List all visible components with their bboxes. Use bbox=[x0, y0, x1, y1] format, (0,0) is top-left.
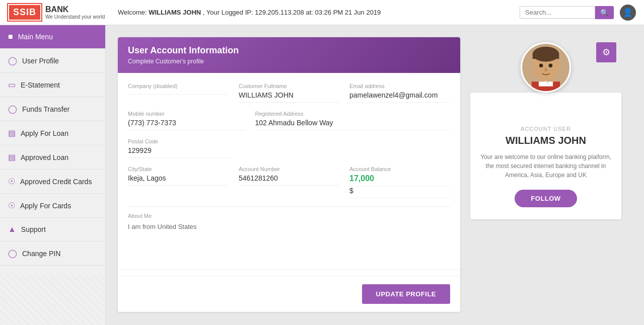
logged-user-name: WILLIAMS JOHN bbox=[149, 9, 201, 16]
bank-name: BANK bbox=[45, 5, 105, 14]
account-user-name: WILLIAMS JOHN bbox=[480, 135, 611, 146]
logo-area: SSIB BANK We Understand your world bbox=[8, 4, 114, 21]
approved-loan-icon: ▤ bbox=[8, 152, 16, 162]
field-row-4: City/State Ikeja, Lagos Account Number 5… bbox=[128, 166, 450, 198]
search-button[interactable]: 🔍 bbox=[595, 6, 614, 19]
company-value bbox=[128, 91, 229, 95]
field-row-1: Company (disabled) Customer Fullname WIL… bbox=[128, 83, 450, 103]
field-company: Company (disabled) bbox=[128, 83, 229, 103]
sidebar-item-main-menu[interactable]: ■ Main Menu bbox=[0, 25, 105, 49]
content-area: User Account Information Complete Custom… bbox=[106, 25, 644, 325]
document-icon: ▭ bbox=[8, 80, 16, 90]
sidebar-label-user-profile: User Profile bbox=[22, 57, 59, 65]
card-subtitle: Complete Customer's profile bbox=[128, 58, 450, 65]
sidebar-bg-pattern bbox=[0, 275, 105, 325]
card-header: User Account Information Complete Custom… bbox=[118, 37, 460, 73]
svg-point-5 bbox=[549, 63, 553, 67]
main-layout: ■ Main Menu ◯ User Profile ▭ E-Statement… bbox=[0, 25, 644, 325]
logo-icon: SSIB bbox=[8, 4, 41, 21]
svg-rect-3 bbox=[533, 53, 559, 59]
avatar bbox=[521, 42, 571, 93]
globe-icon: ◯ bbox=[8, 104, 17, 114]
account-balance-currency: $ bbox=[349, 187, 450, 198]
email-value: pamelawenzel4@gmail.com bbox=[349, 91, 450, 103]
user-icon: ◯ bbox=[8, 56, 17, 65]
login-datetime: 03:26 PM 21 Jun 2019 bbox=[315, 9, 381, 16]
gear-button[interactable]: ⚙ bbox=[596, 42, 616, 62]
pin-icon: ◯ bbox=[8, 249, 17, 258]
city-label: City/State bbox=[128, 166, 229, 172]
registered-address-value: 102 Ahmadu Bellow Way bbox=[255, 119, 451, 130]
sidebar-label-approved-loan: Approved Loan bbox=[21, 153, 68, 161]
account-balance-label: Account Balance bbox=[349, 166, 450, 172]
account-number-label: Account Number bbox=[239, 166, 339, 172]
card-footer: UPDATE PROFILE bbox=[118, 276, 460, 312]
search-input[interactable] bbox=[520, 6, 595, 19]
sidebar-label-funds-transfer: Funds Transfer bbox=[22, 105, 69, 113]
city-value: Ikeja, Lagos bbox=[128, 174, 229, 186]
about-value: I am from United States bbox=[128, 223, 450, 253]
sidebar-label-approved-credit-cards: Approved Credit Cards bbox=[20, 178, 92, 186]
card-title: User Account Information bbox=[128, 45, 450, 56]
account-number-value: 5461281260 bbox=[239, 174, 339, 186]
sidebar-item-apply-for-loan[interactable]: ▤ Apply For Loan bbox=[0, 121, 105, 145]
customer-fullname-label: Customer Fullname bbox=[239, 83, 339, 89]
company-label: Company (disabled) bbox=[128, 83, 229, 89]
welcome-message: Welcome: WILLIAMS JOHN , Your Logged IP:… bbox=[114, 9, 520, 16]
sidebar-label-apply-for-cards: Apply For Cards bbox=[20, 202, 71, 210]
customer-fullname-value: WILLIAMS JOHN bbox=[239, 91, 339, 103]
sidebar-item-apply-for-cards[interactable]: ☉ Apply For Cards bbox=[0, 194, 105, 218]
sidebar-label-change-pin: Change PIN bbox=[22, 250, 60, 258]
registered-address-label: Registered Address bbox=[255, 111, 451, 117]
postal-value: 129929 bbox=[128, 146, 232, 158]
sidebar-item-approved-credit-cards[interactable]: ☉ Approved Credit Cards bbox=[0, 170, 105, 194]
field-row-3: Postal Code 129929 bbox=[128, 138, 450, 158]
about-section: About Me I am from United States bbox=[128, 213, 450, 253]
field-account-balance: Account Balance 17,000 $ bbox=[349, 166, 450, 198]
sidebar-item-support[interactable]: ▲ Support bbox=[0, 218, 105, 241]
avatar-container bbox=[521, 42, 571, 93]
update-profile-button[interactable]: UPDATE PROFILE bbox=[362, 284, 450, 304]
postal-label: Postal Code bbox=[128, 138, 232, 144]
bell-icon: ▲ bbox=[8, 225, 16, 234]
logo-text: BANK We Understand your world bbox=[45, 5, 105, 20]
mobile-value: (773) 773-7373 bbox=[128, 119, 245, 130]
field-account-number: Account Number 5461281260 bbox=[239, 166, 339, 198]
field-spacer bbox=[242, 138, 450, 158]
sidebar-item-user-profile[interactable]: ◯ User Profile bbox=[0, 49, 105, 73]
credit-card-icon: ☉ bbox=[8, 177, 15, 186]
follow-button[interactable]: FOLLOW bbox=[515, 190, 577, 207]
svg-point-4 bbox=[539, 63, 543, 67]
bank-tagline: We Understand your world bbox=[45, 14, 105, 20]
user-avatar-icon[interactable]: 👤 bbox=[620, 5, 636, 21]
field-email: Email address pamelawenzel4@gmail.com bbox=[349, 83, 450, 103]
divider bbox=[128, 206, 450, 207]
avatar-image bbox=[522, 42, 569, 93]
sidebar-label-apply-for-loan: Apply For Loan bbox=[21, 129, 68, 137]
card-body: Company (disabled) Customer Fullname WIL… bbox=[118, 73, 460, 263]
account-balance-value: 17,000 bbox=[349, 174, 450, 187]
search-area: 🔍 bbox=[520, 6, 614, 19]
field-city: City/State Ikeja, Lagos bbox=[128, 166, 229, 198]
field-row-2: Mobile number (773) 773-7373 Registered … bbox=[128, 111, 450, 130]
sidebar-item-change-pin[interactable]: ◯ Change PIN bbox=[0, 241, 105, 266]
mobile-label: Mobile number bbox=[128, 111, 245, 117]
field-mobile: Mobile number (773) 773-7373 bbox=[128, 111, 245, 130]
sidebar-label-e-statement: E-Statement bbox=[21, 81, 60, 89]
profile-card: ACCOUNT USER WILLIAMS JOHN Your are welc… bbox=[470, 93, 621, 219]
cards-icon: ☉ bbox=[8, 201, 15, 210]
sidebar-item-funds-transfer[interactable]: ◯ Funds Transfer bbox=[0, 97, 105, 121]
card-footer-divider bbox=[118, 269, 460, 270]
about-label: About Me bbox=[128, 213, 450, 219]
email-label: Email address bbox=[349, 83, 450, 89]
right-panel: ⚙ ACCOUNT USER WILLIAMS JOHN Your are we… bbox=[470, 37, 621, 313]
field-registered-address: Registered Address 102 Ahmadu Bellow Way bbox=[255, 111, 451, 130]
sidebar-item-e-statement[interactable]: ▭ E-Statement bbox=[0, 73, 105, 97]
user-ip: 129.205.113.208 bbox=[255, 9, 304, 16]
account-role-label: ACCOUNT USER bbox=[480, 126, 611, 132]
sidebar-item-approved-loan[interactable]: ▤ Approved Loan bbox=[0, 145, 105, 170]
avatar-area: ⚙ bbox=[470, 37, 621, 67]
main-panel: User Account Information Complete Custom… bbox=[118, 37, 460, 313]
header: SSIB BANK We Understand your world Welco… bbox=[0, 0, 644, 25]
user-account-card: User Account Information Complete Custom… bbox=[118, 37, 460, 312]
